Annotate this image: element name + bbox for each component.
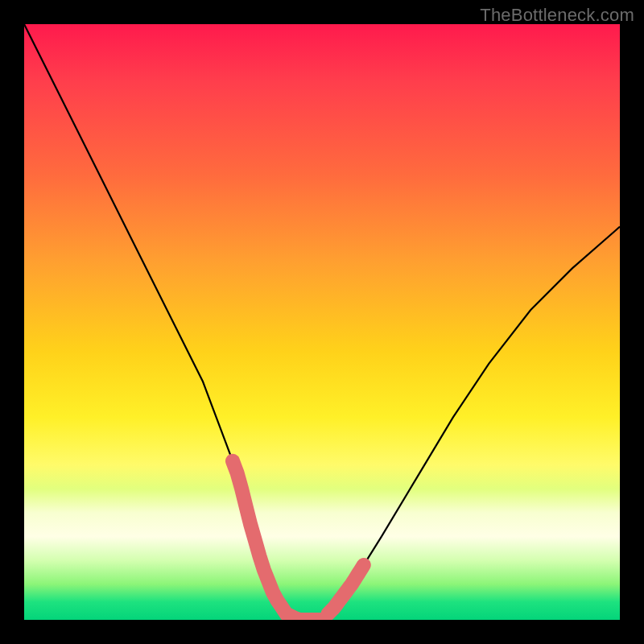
highlight-segment-right: [328, 565, 363, 614]
watermark-text: TheBottleneck.com: [480, 5, 634, 26]
chart-stage: TheBottleneck.com: [0, 0, 644, 644]
main-curve: [24, 24, 620, 620]
highlight-segment-left: [233, 461, 322, 620]
plot-area: [24, 24, 620, 620]
chart-svg: [24, 24, 620, 620]
